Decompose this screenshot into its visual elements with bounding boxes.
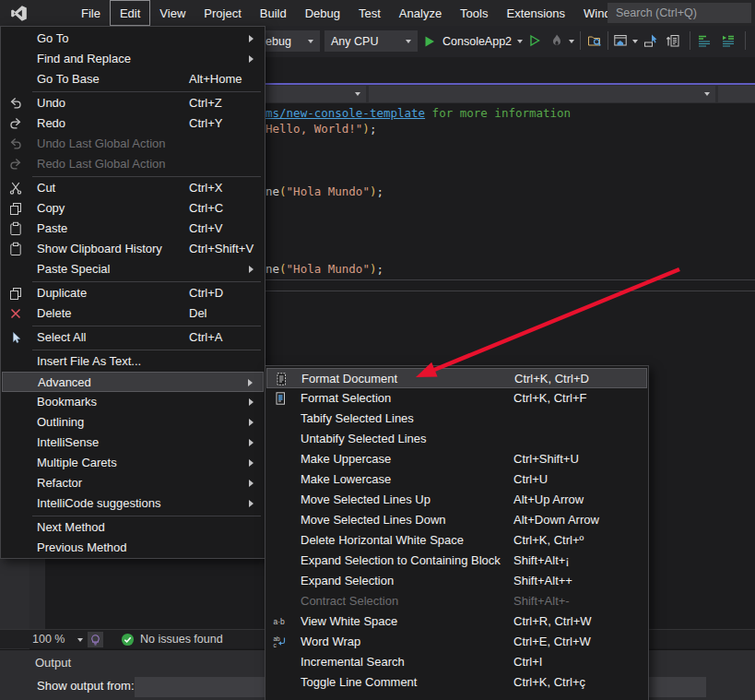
view-white-space-icon: a·b bbox=[273, 614, 288, 629]
menu-item-paste[interactable]: PasteCtrl+V bbox=[2, 219, 264, 239]
menu-item-next-method[interactable]: Next Method bbox=[2, 517, 264, 538]
dropdown-caret-icon bbox=[704, 92, 710, 96]
no-issues-check-icon[interactable] bbox=[121, 633, 135, 647]
menu-item-incremental-search[interactable]: Incremental SearchCtrl+I bbox=[266, 652, 647, 672]
menubar-item-project[interactable]: Project bbox=[195, 0, 250, 26]
menu-item-label: Word Wrap bbox=[301, 635, 360, 648]
menubar-item-analyze[interactable]: Analyze bbox=[390, 0, 451, 26]
menu-item-view-white-space[interactable]: a·bView White SpaceCtrl+R, Ctrl+W bbox=[266, 611, 647, 632]
menu-item-label: Delete Horizontal White Space bbox=[301, 533, 464, 547]
intellicode-icon[interactable] bbox=[88, 632, 103, 647]
menu-item-intellisense[interactable]: IntelliSense bbox=[2, 433, 264, 453]
menu-item-icon-slot bbox=[273, 594, 288, 609]
uncomment-lines-icon[interactable] bbox=[721, 33, 737, 50]
menu-item-bookmarks[interactable]: Bookmarks bbox=[2, 392, 264, 412]
menu-item-previous-method[interactable]: Previous Method bbox=[2, 538, 264, 558]
menu-item-label: Previous Method bbox=[37, 540, 127, 554]
menubar-item-build[interactable]: Build bbox=[251, 0, 296, 26]
menu-item-cut[interactable]: CutCtrl+X bbox=[2, 178, 264, 198]
menu-item-select-all[interactable]: Select AllCtrl+A bbox=[2, 327, 264, 348]
menu-item-word-wrap[interactable]: abcWord WrapCtrl+E, Ctrl+W bbox=[266, 632, 647, 652]
menu-item-label: IntelliSense bbox=[37, 435, 99, 449]
member-dropdown[interactable] bbox=[718, 86, 755, 102]
submenu-arrow-icon bbox=[249, 35, 254, 42]
menu-item-delete[interactable]: DeleteDel bbox=[2, 303, 264, 324]
hot-reload-dropdown-caret-icon[interactable] bbox=[569, 40, 574, 43]
type-dropdown[interactable] bbox=[369, 86, 715, 102]
menu-item-shortcut: Ctrl+Z bbox=[189, 96, 222, 110]
menu-item-copy[interactable]: CopyCtrl+C bbox=[2, 198, 264, 219]
code-token: "Hola Mundo" bbox=[287, 184, 370, 198]
svg-text:c: c bbox=[274, 642, 277, 648]
submenu-arrow-icon bbox=[249, 55, 254, 63]
menu-item-delete-horizontal-white-space[interactable]: Delete Horizontal White SpaceCtrl+K, Ctr… bbox=[266, 530, 647, 551]
menu-item-icon-slot bbox=[273, 574, 288, 588]
menu-item-make-uppercase[interactable]: Make UppercaseCtrl+Shift+U bbox=[266, 449, 647, 469]
menu-item-intellicode-suggestions[interactable]: IntelliCode suggestions bbox=[2, 493, 264, 514]
menu-item-label: Cut bbox=[37, 181, 55, 195]
menu-item-undo[interactable]: UndoCtrl+Z bbox=[2, 93, 264, 113]
menu-item-advanced[interactable]: Advanced bbox=[2, 372, 264, 392]
home-window-dropdown-caret-icon[interactable] bbox=[632, 40, 638, 43]
menu-item-format-document[interactable]: Format DocumentCtrl+K, Ctrl+D bbox=[266, 368, 647, 388]
folder-search-icon[interactable] bbox=[587, 33, 604, 50]
menu-item-move-selected-lines-down[interactable]: Move Selected Lines DownAlt+Down Arrow bbox=[266, 510, 647, 530]
menubar-item-file[interactable]: File bbox=[72, 0, 110, 26]
zoom-level-control[interactable]: 100 % bbox=[32, 633, 65, 646]
menu-item-multiple-carets[interactable]: Multiple Carets bbox=[2, 453, 264, 473]
code-token: ne bbox=[265, 262, 279, 276]
menubar-item-tools[interactable]: Tools bbox=[451, 0, 497, 26]
menu-item-refactor[interactable]: Refactor bbox=[2, 473, 264, 493]
menu-item-duplicate[interactable]: DuplicateCtrl+D bbox=[2, 283, 264, 303]
menubar-item-view[interactable]: View bbox=[150, 0, 195, 26]
menu-item-shortcut: Alt+Down Arrow bbox=[513, 513, 599, 527]
menu-item-format-selection[interactable]: Format SelectionCtrl+K, Ctrl+F bbox=[266, 388, 647, 409]
menu-item-shortcut: Shift+Alt+- bbox=[513, 594, 570, 608]
menu-item-icon-slot bbox=[8, 31, 23, 46]
start-debugging-button[interactable]: ConsoleApp2 bbox=[422, 30, 523, 52]
start-without-debugging-button[interactable] bbox=[527, 33, 544, 50]
menu-item-go-to-base[interactable]: Go To BaseAlt+Home bbox=[2, 69, 264, 89]
code-token: ( bbox=[279, 184, 287, 198]
menu-item-contract-selection[interactable]: Contract SelectionShift+Alt+- bbox=[266, 591, 647, 611]
code-token: for more information bbox=[425, 106, 571, 120]
run-target-label: ConsoleApp2 bbox=[442, 35, 512, 48]
menu-item-redo-last-global-action[interactable]: Redo Last Global Action bbox=[2, 154, 264, 174]
menu-item-move-selected-lines-up[interactable]: Move Selected Lines UpAlt+Up Arrow bbox=[266, 490, 647, 510]
menubar-item-debug[interactable]: Debug bbox=[296, 0, 349, 26]
hot-reload-button[interactable] bbox=[549, 33, 566, 50]
menu-item-go-to[interactable]: Go To bbox=[2, 29, 264, 49]
menu-item-tabify-selected-lines[interactable]: Tabify Selected Lines bbox=[266, 409, 647, 429]
search-input[interactable]: Search (Ctrl+Q) bbox=[608, 3, 751, 23]
menu-item-outlining[interactable]: Outlining bbox=[2, 412, 264, 433]
document-structure-icon[interactable] bbox=[666, 33, 682, 50]
delete-icon bbox=[8, 306, 23, 321]
menu-item-undo-last-global-action[interactable]: Undo Last Global Action bbox=[2, 134, 264, 154]
solution-platform-combo[interactable]: Any CPU bbox=[324, 30, 418, 52]
output-panel-title: Output bbox=[35, 656, 71, 670]
submenu-arrow-icon bbox=[249, 266, 254, 273]
menu-item-label: Insert File As Text... bbox=[37, 354, 141, 368]
menu-item-insert-file-as-text[interactable]: Insert File As Text... bbox=[2, 351, 264, 372]
menu-item-find-and-replace[interactable]: Find and Replace bbox=[2, 49, 264, 69]
menubar-item-edit[interactable]: Edit bbox=[110, 0, 150, 26]
menu-item-icon-slot bbox=[273, 492, 288, 507]
menu-item-untabify-selected-lines[interactable]: Untabify Selected Lines bbox=[266, 429, 647, 449]
home-window-icon[interactable] bbox=[613, 33, 630, 50]
menu-item-toggle-line-comment[interactable]: Toggle Line CommentCtrl+K, Ctrl+ç bbox=[266, 672, 647, 693]
visual-studio-logo-icon bbox=[10, 5, 28, 21]
menu-item-paste-special[interactable]: Paste Special bbox=[2, 259, 264, 279]
menu-item-make-lowercase[interactable]: Make LowercaseCtrl+U bbox=[266, 469, 647, 490]
menu-item-show-clipboard-history[interactable]: Show Clipboard HistoryCtrl+Shift+V bbox=[2, 239, 264, 259]
menu-item-redo[interactable]: RedoCtrl+Y bbox=[2, 113, 264, 134]
menu-item-expand-selection[interactable]: Expand SelectionShift+Alt++ bbox=[266, 571, 647, 591]
cursor-select-icon[interactable] bbox=[643, 33, 660, 50]
menu-separator bbox=[32, 91, 261, 92]
menubar-item-test[interactable]: Test bbox=[349, 0, 390, 26]
submenu-arrow-icon bbox=[249, 439, 254, 446]
menu-item-expand-selection-to-containing-block[interactable]: Expand Selection to Containing BlockShif… bbox=[266, 551, 647, 571]
menubar-item-extensions[interactable]: Extensions bbox=[497, 0, 574, 26]
zoom-dropdown-caret-icon[interactable] bbox=[77, 638, 83, 642]
comment-lines-icon[interactable] bbox=[697, 33, 714, 50]
menu-item-label: Move Selected Lines Down bbox=[301, 513, 446, 527]
